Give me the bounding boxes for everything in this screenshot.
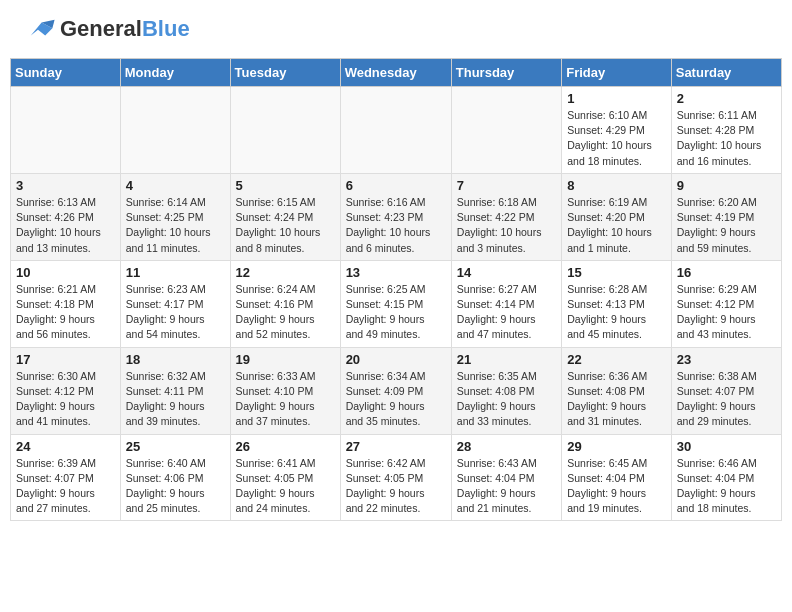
calendar-cell: 8Sunrise: 6:19 AM Sunset: 4:20 PM Daylig…: [562, 173, 672, 260]
calendar-cell: 10Sunrise: 6:21 AM Sunset: 4:18 PM Dayli…: [11, 260, 121, 347]
day-number: 28: [457, 439, 556, 454]
calendar-cell: 16Sunrise: 6:29 AM Sunset: 4:12 PM Dayli…: [671, 260, 781, 347]
calendar-cell: 28Sunrise: 6:43 AM Sunset: 4:04 PM Dayli…: [451, 434, 561, 521]
calendar-cell: 2Sunrise: 6:11 AM Sunset: 4:28 PM Daylig…: [671, 87, 781, 174]
day-info: Sunrise: 6:30 AM Sunset: 4:12 PM Dayligh…: [16, 369, 115, 430]
day-info: Sunrise: 6:41 AM Sunset: 4:05 PM Dayligh…: [236, 456, 335, 517]
day-number: 26: [236, 439, 335, 454]
day-info: Sunrise: 6:15 AM Sunset: 4:24 PM Dayligh…: [236, 195, 335, 256]
day-number: 14: [457, 265, 556, 280]
calendar-cell: 5Sunrise: 6:15 AM Sunset: 4:24 PM Daylig…: [230, 173, 340, 260]
calendar-cell: 29Sunrise: 6:45 AM Sunset: 4:04 PM Dayli…: [562, 434, 672, 521]
calendar-cell: [120, 87, 230, 174]
day-number: 15: [567, 265, 666, 280]
logo-blue: Blue: [142, 16, 190, 41]
calendar-cell: 9Sunrise: 6:20 AM Sunset: 4:19 PM Daylig…: [671, 173, 781, 260]
calendar-cell: [11, 87, 121, 174]
day-number: 29: [567, 439, 666, 454]
calendar-cell: 18Sunrise: 6:32 AM Sunset: 4:11 PM Dayli…: [120, 347, 230, 434]
day-number: 30: [677, 439, 776, 454]
calendar-cell: [230, 87, 340, 174]
calendar-cell: 23Sunrise: 6:38 AM Sunset: 4:07 PM Dayli…: [671, 347, 781, 434]
day-number: 24: [16, 439, 115, 454]
day-info: Sunrise: 6:42 AM Sunset: 4:05 PM Dayligh…: [346, 456, 446, 517]
day-info: Sunrise: 6:19 AM Sunset: 4:20 PM Dayligh…: [567, 195, 666, 256]
day-number: 12: [236, 265, 335, 280]
calendar-cell: 27Sunrise: 6:42 AM Sunset: 4:05 PM Dayli…: [340, 434, 451, 521]
weekday-header-saturday: Saturday: [671, 59, 781, 87]
day-info: Sunrise: 6:16 AM Sunset: 4:23 PM Dayligh…: [346, 195, 446, 256]
day-number: 2: [677, 91, 776, 106]
day-number: 1: [567, 91, 666, 106]
calendar-cell: 3Sunrise: 6:13 AM Sunset: 4:26 PM Daylig…: [11, 173, 121, 260]
day-number: 11: [126, 265, 225, 280]
calendar-cell: 24Sunrise: 6:39 AM Sunset: 4:07 PM Dayli…: [11, 434, 121, 521]
calendar-cell: 22Sunrise: 6:36 AM Sunset: 4:08 PM Dayli…: [562, 347, 672, 434]
day-info: Sunrise: 6:28 AM Sunset: 4:13 PM Dayligh…: [567, 282, 666, 343]
day-number: 9: [677, 178, 776, 193]
day-info: Sunrise: 6:24 AM Sunset: 4:16 PM Dayligh…: [236, 282, 335, 343]
calendar-cell: 15Sunrise: 6:28 AM Sunset: 4:13 PM Dayli…: [562, 260, 672, 347]
day-info: Sunrise: 6:14 AM Sunset: 4:25 PM Dayligh…: [126, 195, 225, 256]
day-info: Sunrise: 6:27 AM Sunset: 4:14 PM Dayligh…: [457, 282, 556, 343]
day-info: Sunrise: 6:35 AM Sunset: 4:08 PM Dayligh…: [457, 369, 556, 430]
day-number: 17: [16, 352, 115, 367]
day-info: Sunrise: 6:32 AM Sunset: 4:11 PM Dayligh…: [126, 369, 225, 430]
day-info: Sunrise: 6:40 AM Sunset: 4:06 PM Dayligh…: [126, 456, 225, 517]
day-number: 5: [236, 178, 335, 193]
day-info: Sunrise: 6:25 AM Sunset: 4:15 PM Dayligh…: [346, 282, 446, 343]
day-info: Sunrise: 6:18 AM Sunset: 4:22 PM Dayligh…: [457, 195, 556, 256]
day-info: Sunrise: 6:34 AM Sunset: 4:09 PM Dayligh…: [346, 369, 446, 430]
logo-general: General: [60, 16, 142, 41]
page-header: GeneralBlue Blue: [10, 10, 782, 48]
calendar-cell: 21Sunrise: 6:35 AM Sunset: 4:08 PM Dayli…: [451, 347, 561, 434]
calendar-cell: 12Sunrise: 6:24 AM Sunset: 4:16 PM Dayli…: [230, 260, 340, 347]
day-info: Sunrise: 6:21 AM Sunset: 4:18 PM Dayligh…: [16, 282, 115, 343]
calendar-cell: 19Sunrise: 6:33 AM Sunset: 4:10 PM Dayli…: [230, 347, 340, 434]
day-info: Sunrise: 6:23 AM Sunset: 4:17 PM Dayligh…: [126, 282, 225, 343]
day-number: 27: [346, 439, 446, 454]
calendar-table: SundayMondayTuesdayWednesdayThursdayFrid…: [10, 58, 782, 521]
day-number: 7: [457, 178, 556, 193]
weekday-header-tuesday: Tuesday: [230, 59, 340, 87]
day-number: 10: [16, 265, 115, 280]
calendar-cell: 1Sunrise: 6:10 AM Sunset: 4:29 PM Daylig…: [562, 87, 672, 174]
calendar-cell: 11Sunrise: 6:23 AM Sunset: 4:17 PM Dayli…: [120, 260, 230, 347]
day-info: Sunrise: 6:43 AM Sunset: 4:04 PM Dayligh…: [457, 456, 556, 517]
day-number: 6: [346, 178, 446, 193]
calendar-cell: [451, 87, 561, 174]
calendar-cell: 6Sunrise: 6:16 AM Sunset: 4:23 PM Daylig…: [340, 173, 451, 260]
day-number: 16: [677, 265, 776, 280]
day-info: Sunrise: 6:29 AM Sunset: 4:12 PM Dayligh…: [677, 282, 776, 343]
weekday-header-monday: Monday: [120, 59, 230, 87]
calendar-cell: [340, 87, 451, 174]
day-info: Sunrise: 6:11 AM Sunset: 4:28 PM Dayligh…: [677, 108, 776, 169]
calendar-cell: 4Sunrise: 6:14 AM Sunset: 4:25 PM Daylig…: [120, 173, 230, 260]
calendar-cell: 7Sunrise: 6:18 AM Sunset: 4:22 PM Daylig…: [451, 173, 561, 260]
day-info: Sunrise: 6:33 AM Sunset: 4:10 PM Dayligh…: [236, 369, 335, 430]
calendar-cell: 30Sunrise: 6:46 AM Sunset: 4:04 PM Dayli…: [671, 434, 781, 521]
calendar-cell: 26Sunrise: 6:41 AM Sunset: 4:05 PM Dayli…: [230, 434, 340, 521]
logo: GeneralBlue Blue: [20, 15, 190, 43]
weekday-header-sunday: Sunday: [11, 59, 121, 87]
day-number: 8: [567, 178, 666, 193]
calendar-cell: 20Sunrise: 6:34 AM Sunset: 4:09 PM Dayli…: [340, 347, 451, 434]
day-info: Sunrise: 6:10 AM Sunset: 4:29 PM Dayligh…: [567, 108, 666, 169]
day-number: 4: [126, 178, 225, 193]
day-number: 23: [677, 352, 776, 367]
weekday-header-wednesday: Wednesday: [340, 59, 451, 87]
calendar-cell: 17Sunrise: 6:30 AM Sunset: 4:12 PM Dayli…: [11, 347, 121, 434]
weekday-header-thursday: Thursday: [451, 59, 561, 87]
day-info: Sunrise: 6:39 AM Sunset: 4:07 PM Dayligh…: [16, 456, 115, 517]
calendar-cell: 14Sunrise: 6:27 AM Sunset: 4:14 PM Dayli…: [451, 260, 561, 347]
day-info: Sunrise: 6:36 AM Sunset: 4:08 PM Dayligh…: [567, 369, 666, 430]
day-number: 22: [567, 352, 666, 367]
day-info: Sunrise: 6:46 AM Sunset: 4:04 PM Dayligh…: [677, 456, 776, 517]
day-number: 13: [346, 265, 446, 280]
weekday-header-friday: Friday: [562, 59, 672, 87]
day-info: Sunrise: 6:20 AM Sunset: 4:19 PM Dayligh…: [677, 195, 776, 256]
calendar-cell: 13Sunrise: 6:25 AM Sunset: 4:15 PM Dayli…: [340, 260, 451, 347]
day-info: Sunrise: 6:13 AM Sunset: 4:26 PM Dayligh…: [16, 195, 115, 256]
calendar-cell: 25Sunrise: 6:40 AM Sunset: 4:06 PM Dayli…: [120, 434, 230, 521]
day-number: 20: [346, 352, 446, 367]
